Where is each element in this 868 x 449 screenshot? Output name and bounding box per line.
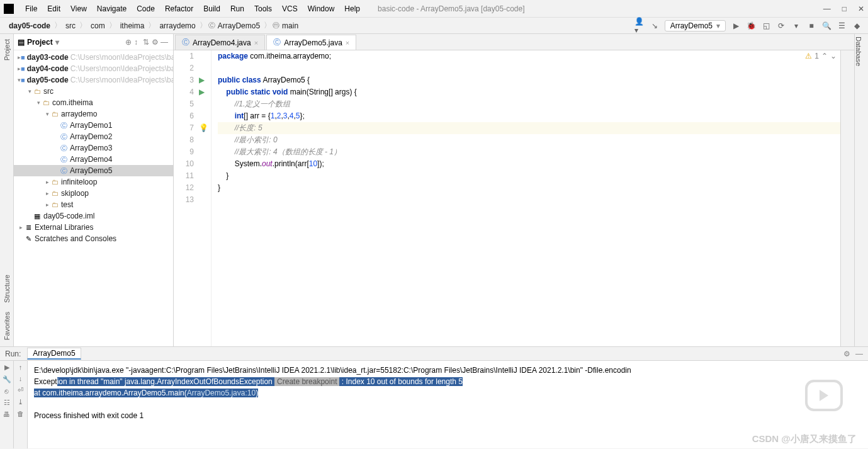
tree-External Libraries[interactable]: ▸≣External Libraries	[14, 222, 173, 233]
run-label: Run:	[5, 350, 21, 358]
run-settings-icon[interactable]: ⚙	[843, 350, 850, 358]
console: ▶ 🔧 ⎋ ☷ 🖶 ↑ ↓ ⏎ ⤓ 🗑 E:\develop\jdk\bin\j…	[0, 360, 868, 448]
gear-icon[interactable]: ⚙	[152, 38, 161, 47]
user-icon[interactable]: 👤▾	[634, 21, 645, 31]
run-gutter-icon[interactable]: ▶	[199, 88, 205, 96]
tree-infiniteloop[interactable]: ▸🗀infiniteloop	[14, 176, 173, 188]
menu-view[interactable]: View	[65, 2, 92, 16]
run-hide-icon[interactable]: —	[855, 350, 863, 358]
stack-link[interactable]: ArrayDemo5.java:10	[187, 389, 256, 397]
warning-count: 1	[814, 52, 819, 60]
down-icon[interactable]: ↓	[19, 375, 23, 382]
menu-vcs[interactable]: VCS	[277, 2, 303, 16]
tree-day05-code.iml[interactable]: ▦day05-code.iml	[14, 210, 173, 222]
breadcrumb[interactable]: itheima	[118, 21, 147, 30]
notify-icon[interactable]: ◆	[852, 21, 862, 31]
editor-tabs: ⒸArrayDemo4.java×ⒸArrayDemo5.java×	[174, 34, 854, 50]
breadcrumb[interactable]: src	[63, 21, 78, 30]
project-title: Project	[27, 38, 53, 47]
tree-Scratches and Consoles[interactable]: ✎Scratches and Consoles	[14, 233, 173, 244]
hide-icon[interactable]: —	[161, 38, 169, 47]
tree-ArrayDemo5[interactable]: ⒸArrayDemo5	[14, 165, 173, 176]
breadcrumb-method[interactable]: main	[279, 21, 301, 30]
project-pane: ▤Project ▾ ⊕ ↕ ⇅ ⚙ — ▸■day03-codeC:\User…	[14, 34, 174, 346]
target-icon[interactable]: ⊕	[125, 38, 134, 47]
tree-day03-code[interactable]: ▸■day03-codeC:\Users\moon\IdeaProjects\b…	[14, 52, 173, 63]
collapse-icon[interactable]: ↕	[134, 38, 143, 47]
window-title: basic-code - ArrayDemo5.java [day05-code…	[378, 4, 524, 13]
structure-tool-tab[interactable]: Structure	[3, 272, 11, 305]
method-badge-icon: ⓜ	[273, 21, 279, 30]
tree-src[interactable]: ▾🗀src	[14, 86, 173, 97]
tree-ArrayDemo2[interactable]: ⒸArrayDemo2	[14, 131, 173, 142]
tool-icon[interactable]: 🔧	[3, 375, 11, 384]
tree-ArrayDemo1[interactable]: ⒸArrayDemo1	[14, 120, 173, 131]
tree-arraydemo[interactable]: ▾🗀arraydemo	[14, 108, 173, 120]
minimize-icon[interactable]: —	[823, 4, 831, 13]
attach-icon[interactable]: ▾	[791, 21, 801, 31]
editor-status: ⚠1⌃⌄	[805, 52, 837, 60]
menu-run[interactable]: Run	[225, 2, 249, 16]
breadcrumb[interactable]: com	[88, 21, 108, 30]
close-tab-icon[interactable]: ×	[254, 39, 258, 47]
code-editor[interactable]: package com.itheima.arraydemo;public cla…	[211, 50, 840, 346]
print-icon[interactable]: 🖶	[3, 411, 10, 418]
stop-icon[interactable]: ■	[806, 21, 816, 31]
scroll-icon[interactable]: ⤓	[18, 398, 23, 406]
up-icon[interactable]: ↑	[19, 363, 23, 371]
maximize-icon[interactable]: □	[842, 4, 847, 13]
console-stack: at com.itheima.arraydemo.ArrayDemo5.main…	[34, 387, 862, 399]
run-gutter-icon[interactable]: ▶	[199, 76, 205, 84]
tree-test[interactable]: ▸🗀test	[14, 199, 173, 210]
menu-help[interactable]: Help	[339, 2, 365, 16]
tree-com.itheima[interactable]: ▾🗀com.itheima	[14, 97, 173, 108]
tab-ArrayDemo4.java[interactable]: ⒸArrayDemo4.java×	[175, 35, 265, 50]
menu-file[interactable]: File	[20, 2, 42, 16]
create-breakpoint-link[interactable]: Create breakpoint	[274, 377, 339, 386]
menu-tools[interactable]: Tools	[249, 2, 277, 16]
coverage-icon[interactable]: ◱	[761, 21, 771, 31]
favorites-tool-tab[interactable]: Favorites	[3, 309, 11, 343]
close-tab-icon[interactable]: ×	[346, 39, 349, 47]
layout-icon[interactable]: ☷	[4, 399, 10, 407]
exit-icon[interactable]: ⎋	[4, 387, 9, 395]
project-tree[interactable]: ▸■day03-codeC:\Users\moon\IdeaProjects\b…	[14, 50, 173, 346]
database-tool-tab[interactable]: Database	[855, 34, 862, 69]
breadcrumb-root[interactable]: day05-code	[6, 21, 53, 30]
close-icon[interactable]: ✕	[858, 4, 864, 13]
menu-window[interactable]: Window	[303, 2, 340, 16]
console-exit: Process finished with exit code 1	[34, 410, 862, 421]
search-icon[interactable]: 🔍	[821, 21, 831, 31]
project-tool-tab[interactable]: Project	[3, 37, 11, 63]
menu-navigate[interactable]: Navigate	[92, 2, 132, 16]
rerun-icon[interactable]: ▶	[4, 363, 9, 372]
breadcrumb[interactable]: arraydemo	[157, 21, 198, 30]
tree-skiploop[interactable]: ▸🗀skiploop	[14, 188, 173, 199]
tab-ArrayDemo5.java[interactable]: ⒸArrayDemo5.java×	[266, 35, 356, 50]
run-config-selector[interactable]: ArrayDemo5▾	[665, 20, 726, 31]
run-tool-header: Run: ArrayDemo5 ⚙ —	[0, 346, 868, 360]
play-overlay-icon	[805, 380, 843, 411]
console-output[interactable]: E:\develop\jdk\bin\java.exe "-javaagent:…	[28, 361, 868, 448]
tree-ArrayDemo3[interactable]: ⒸArrayDemo3	[14, 142, 173, 154]
build-icon[interactable]: ↘	[650, 21, 660, 31]
run-tab[interactable]: ArrayDemo5	[27, 348, 81, 360]
tree-ArrayDemo4[interactable]: ⒸArrayDemo4	[14, 154, 173, 165]
menu-code[interactable]: Code	[132, 2, 160, 16]
breadcrumb-class[interactable]: ArrayDemo5	[215, 21, 262, 30]
bulb-icon[interactable]: 💡	[199, 123, 208, 132]
clear-icon[interactable]: 🗑	[17, 410, 24, 418]
expand-icon[interactable]: ⇅	[143, 38, 152, 47]
menu-edit[interactable]: Edit	[42, 2, 65, 16]
menu-refactor[interactable]: Refactor	[160, 2, 198, 16]
tree-day05-code[interactable]: ▾■day05-codeC:\Users\moon\IdeaProjects\b…	[14, 74, 173, 86]
wrap-icon[interactable]: ⏎	[18, 386, 23, 394]
run-icon[interactable]: ▶	[731, 21, 741, 31]
tree-day04-code[interactable]: ▸■day04-codeC:\Users\moon\IdeaProjects\b…	[14, 63, 173, 74]
profile-icon[interactable]: ⟳	[776, 21, 786, 31]
menu-build[interactable]: Build	[198, 2, 225, 16]
editor-pane: ⒸArrayDemo4.java×ⒸArrayDemo5.java× ⚠1⌃⌄ …	[174, 34, 854, 346]
watermark: CSDN @小唐又来摸鱼了	[752, 433, 857, 445]
debug-icon[interactable]: 🐞	[746, 21, 756, 31]
settings-icon[interactable]: ☰	[837, 21, 847, 31]
